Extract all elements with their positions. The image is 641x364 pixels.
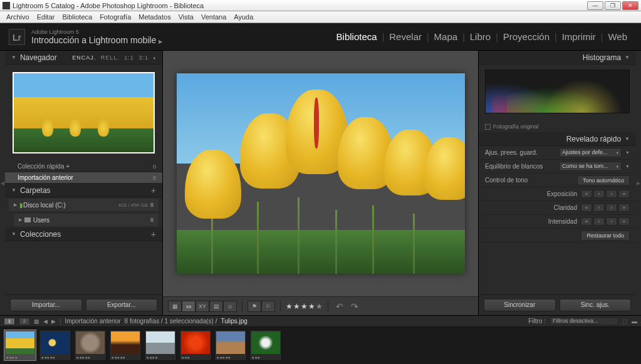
module-biblioteca[interactable]: Biblioteca [331,31,382,42]
filmstrip-thumb[interactable]: ★★★★★ [109,330,142,361]
maximize-button[interactable]: ❐ [605,1,621,10]
add-collection-icon[interactable]: + [151,229,156,239]
intensity-minus[interactable]: ‹ [593,217,605,226]
menu-ventana[interactable]: Ventana [197,12,230,22]
rating-stars[interactable]: ★★★★★ [286,302,323,311]
export-button[interactable]: Exportar... [86,299,158,311]
chevron-down-icon[interactable]: ▼ [625,164,630,169]
intensity-big-minus[interactable]: ‹‹ [581,217,592,226]
collections-header[interactable]: ▼ Colecciones + [5,227,162,241]
exposure-big-minus[interactable]: ‹‹ [581,190,592,198]
exposure-row: Exposición ‹‹ ‹ › ›› [479,187,636,201]
exposure-big-plus[interactable]: ›› [618,190,630,198]
folder-users[interactable]: ▶ Users 8 [14,214,159,226]
chevron-right-icon: ▶ [19,217,22,222]
clarity-big-plus[interactable]: ›› [618,204,630,212]
menu-metadatos[interactable]: Metadatos [135,12,174,22]
menu-ayuda[interactable]: Ayuda [230,12,257,22]
menu-fotografia[interactable]: Fotografía [96,12,135,22]
intensity-plus[interactable]: › [606,217,617,226]
sync-button[interactable]: Sincronizar [484,299,556,311]
import-button[interactable]: Importar... [10,299,82,311]
tone-control-row: Control de tono Tono automático [479,174,636,187]
filmstrip-thumb[interactable]: ★★★★★ [39,330,71,361]
module-revelar[interactable]: Revelar [384,31,427,42]
flag-pick-button[interactable]: ⚑ [248,301,261,312]
reset-all-button[interactable]: Restaurar todo [581,231,630,241]
grid-icon[interactable]: ▦ [34,318,39,325]
filmstrip-thumb[interactable]: ★★★★★ [74,330,107,361]
navigator-preview[interactable] [5,65,162,161]
forward-icon[interactable]: ▶ [51,318,56,325]
view-mode-group: ▦ ▭ XY ▤ ☺ [168,301,237,312]
survey-view-button[interactable]: ▤ [209,301,223,312]
monitor-2-button[interactable]: 2 [19,318,30,325]
filmstrip-thumb[interactable]: ★★★★ [144,330,177,361]
clarity-big-minus[interactable]: ‹‹ [581,204,592,212]
catalog-quick-collection[interactable]: Colección rápida + 0 [5,161,162,172]
module-web[interactable]: Web [603,31,632,42]
main-image [177,73,465,274]
loupe-view-button[interactable]: ▭ [182,301,195,312]
exposure-minus[interactable]: ‹ [593,190,605,198]
module-imprimir[interactable]: Imprimir [557,31,601,42]
reset-row: Restaurar todo [479,229,636,242]
center-panel: ▦ ▭ XY ▤ ☺ ⚑ ⚐ ★★★★★ ↶ ↷ [163,51,478,315]
filmstrip-thumb[interactable]: ★★★★★ [214,330,247,361]
filter-dropdown[interactable]: Filtros desactiva... [550,317,618,325]
filmstrip-thumbs: ★★★★★★★★★★★★★★★★★★★★★★★★★★★★★★★★★★ [0,327,641,364]
original-photo-checkbox[interactable]: Fotografía original [479,121,636,132]
white-balance-dropdown[interactable]: Como se ha tom...♦ [559,162,622,171]
folders-title: Carpetas [20,186,151,195]
minimize-button[interactable]: — [587,1,603,10]
filter-lock-icon[interactable]: ⬚ [622,318,628,325]
close-button[interactable]: ✕ [622,1,638,10]
folder-drive[interactable]: ▶ ▮ Disco local (C:) 428 / 456 GB 8 [9,199,159,211]
rotate-right-button[interactable]: ↷ [348,301,361,311]
exposure-plus[interactable]: › [606,190,617,198]
folders-header[interactable]: ▼ Carpetas + [5,184,162,197]
monitor-1-button[interactable]: 1 [4,318,15,325]
module-libro[interactable]: Libro [465,31,496,42]
left-panel-toggle[interactable]: ◀ [0,51,5,315]
identity-plate[interactable]: Introducción a Lightroom mobile▶ [31,35,331,45]
people-view-button[interactable]: ☺ [223,301,237,312]
quick-develop-header[interactable]: Revelado rápido ▼ [479,132,636,146]
preset-dropdown[interactable]: Ajustes por defe...♦ [559,148,622,157]
histogram-header[interactable]: Histograma ▼ [479,51,636,65]
navigator-zoom-options[interactable]: ENCAJ. RELL. 1:1 3:1 ♦ [70,55,156,61]
module-proyeccion[interactable]: Proyección [498,31,555,42]
menu-editar[interactable]: Editar [33,12,59,22]
clarity-plus[interactable]: › [606,204,617,212]
right-panel: Histograma ▼ Fotografía original Revelad… [478,51,636,315]
filmstrip-thumb[interactable]: ★★★ [179,330,212,361]
clarity-minus[interactable]: ‹ [593,204,605,212]
chevron-down-icon: ▼ [625,136,630,142]
rotate-left-button[interactable]: ↶ [333,301,346,311]
intensity-big-plus[interactable]: ›› [618,217,630,226]
right-panel-toggle[interactable]: ▶ [636,51,641,315]
filter-switch-icon[interactable]: ▬ [632,318,637,325]
preset-row: Ajus. prees. guard. Ajustes por defe...♦… [479,146,636,160]
filmstrip-thumb[interactable]: ★★★ [249,330,282,361]
module-mapa[interactable]: Mapa [429,31,463,42]
catalog-previous-import[interactable]: Importación anterior 8 [5,172,162,184]
navigator-header[interactable]: ▼ Navegador ENCAJ. RELL. 1:1 3:1 ♦ [5,51,162,65]
menu-biblioteca[interactable]: Biblioteca [58,12,96,22]
back-icon[interactable]: ◀ [43,318,48,325]
menu-vista[interactable]: Vista [175,12,197,22]
filter-label: Filtro : [528,318,546,325]
add-folder-icon[interactable]: + [151,185,156,195]
compare-view-button[interactable]: XY [195,301,209,312]
auto-tone-button[interactable]: Tono automático [577,175,630,185]
filmstrip-thumb[interactable]: ★★★★ [4,330,36,361]
histogram-display[interactable] [479,65,636,121]
filmstrip-source[interactable]: Importación anterior [65,318,121,325]
sync-settings-button[interactable]: Sinc. ajus. [560,299,632,311]
grid-view-button[interactable]: ▦ [168,301,182,312]
chevron-down-icon[interactable]: ▼ [625,150,630,155]
loupe-view[interactable] [163,51,478,296]
menu-archivo[interactable]: Archivo [3,12,33,22]
window-title: Lightroom 5 Catalog - Adobe Photoshop Li… [13,2,587,9]
flag-reject-button[interactable]: ⚐ [261,301,275,312]
